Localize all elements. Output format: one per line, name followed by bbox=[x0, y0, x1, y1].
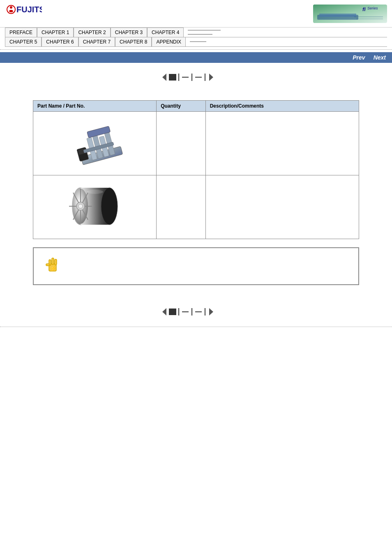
nav-tabs: PREFACE CHAPTER 1 CHAPTER 2 CHAPTER 3 CH… bbox=[0, 28, 392, 47]
nav-chapter2[interactable]: CHAPTER 2 bbox=[74, 28, 110, 37]
warning-icon: ⚡ bbox=[42, 254, 62, 278]
svg-marker-18 bbox=[209, 74, 213, 81]
svg-marker-53 bbox=[209, 308, 213, 315]
table-qty-cell-1 bbox=[157, 112, 205, 175]
caution-icon-svg: ⚡ bbox=[42, 254, 62, 275]
table-header-row: Part Name / Part No. Quantity Descriptio… bbox=[33, 101, 359, 112]
part-image-cell-1 bbox=[33, 112, 157, 175]
parts-table: Part Name / Part No. Quantity Descriptio… bbox=[33, 100, 359, 239]
main-content: Part Name / Part No. Quantity Descriptio… bbox=[0, 92, 392, 297]
pick-roller-image bbox=[58, 116, 132, 169]
prev-next-toolbar: Prev Next bbox=[0, 52, 392, 63]
table-row bbox=[33, 112, 359, 175]
table-desc-cell-1 bbox=[205, 112, 359, 175]
svg-point-2 bbox=[9, 10, 13, 12]
nav-preface[interactable]: PREFACE bbox=[5, 28, 37, 37]
fujitsu-logo: FUJITSU bbox=[5, 3, 42, 24]
page-header: FUJITSU fi Series bbox=[0, 0, 392, 28]
page-nav-top bbox=[0, 70, 392, 85]
svg-rect-12 bbox=[169, 74, 176, 81]
nav-chapter4[interactable]: CHAPTER 4 bbox=[147, 28, 184, 37]
svg-text:Series: Series bbox=[367, 6, 378, 10]
col-quantity: Quantity bbox=[157, 101, 205, 112]
table-desc-cell-2 bbox=[205, 175, 359, 239]
table-row bbox=[33, 175, 359, 239]
svg-text:⚡: ⚡ bbox=[50, 265, 57, 272]
nav-chapter7[interactable]: CHAPTER 7 bbox=[78, 37, 115, 47]
svg-rect-6 bbox=[319, 14, 356, 17]
nav-chapter1[interactable]: CHAPTER 1 bbox=[37, 28, 74, 37]
page-nav-svg-top[interactable] bbox=[155, 70, 237, 85]
nav-chapter3[interactable]: CHAPTER 3 bbox=[111, 28, 147, 37]
page-nav-svg-bottom[interactable] bbox=[155, 305, 237, 319]
nav-row-1: PREFACE CHAPTER 1 CHAPTER 2 CHAPTER 3 CH… bbox=[5, 28, 387, 37]
nav-appendix[interactable]: APPENDIX bbox=[152, 37, 186, 47]
fujitsu-logo-svg: FUJITSU bbox=[5, 3, 42, 24]
col-part-name: Part Name / Part No. bbox=[33, 101, 157, 112]
nav-chapter6[interactable]: CHAPTER 6 bbox=[42, 37, 78, 47]
svg-rect-42 bbox=[52, 258, 54, 265]
svg-rect-44 bbox=[46, 264, 50, 266]
table-qty-cell-2 bbox=[157, 175, 205, 239]
fi-series-logo: fi Series bbox=[313, 5, 387, 23]
svg-point-39 bbox=[87, 190, 103, 194]
nav-chapter8[interactable]: CHAPTER 8 bbox=[115, 37, 152, 47]
nav-line-bottom bbox=[186, 37, 387, 47]
svg-rect-43 bbox=[55, 259, 57, 265]
fi-series-svg: fi Series bbox=[313, 5, 387, 23]
brake-roller-image bbox=[58, 180, 132, 233]
svg-rect-47 bbox=[169, 309, 176, 315]
svg-point-31 bbox=[101, 188, 118, 225]
svg-point-1 bbox=[10, 6, 12, 9]
page-nav-bottom bbox=[0, 305, 392, 319]
svg-text:fi: fi bbox=[362, 6, 366, 12]
prev-button[interactable]: Prev bbox=[353, 54, 365, 61]
nav-row-2: CHAPTER 5 CHAPTER 6 CHAPTER 7 CHAPTER 8 … bbox=[5, 37, 387, 47]
svg-marker-11 bbox=[162, 74, 166, 81]
warning-box: ⚡ bbox=[33, 247, 359, 285]
svg-text:FUJITSU: FUJITSU bbox=[16, 5, 42, 14]
svg-marker-46 bbox=[162, 308, 166, 315]
divider-top bbox=[0, 49, 392, 50]
next-button[interactable]: Next bbox=[374, 54, 386, 61]
nav-chapter5[interactable]: CHAPTER 5 bbox=[5, 37, 42, 47]
col-description: Description/Comments bbox=[205, 101, 359, 112]
part-image-cell-2 bbox=[33, 175, 157, 239]
divider-bottom bbox=[0, 327, 392, 327]
svg-point-38 bbox=[78, 204, 83, 208]
nav-lines-right bbox=[184, 28, 387, 37]
